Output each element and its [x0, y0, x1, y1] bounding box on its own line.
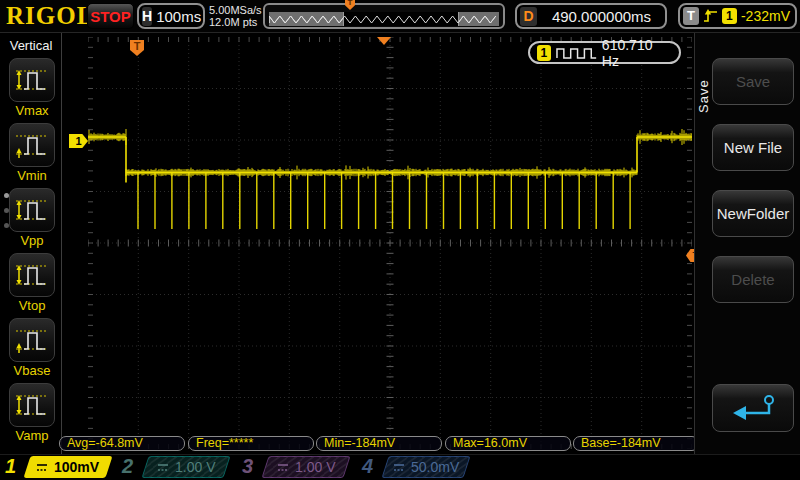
channel3-number[interactable]: 3: [242, 455, 253, 478]
run-state-button[interactable]: STOP: [87, 3, 134, 29]
delay-label: D: [520, 7, 537, 26]
hardware-frequency-counter: 1 610.710 Hz: [528, 41, 681, 64]
channel3-scale: 1.00 V: [295, 459, 335, 475]
trigger-box: T 1 -232mV: [678, 3, 797, 29]
channel-status-bar: 1 100mV 2 1.00 V 3 1.00 V 4: [0, 454, 800, 480]
sidebar-item-label: Vbase: [7, 363, 57, 378]
dc-coupling-icon: [393, 463, 405, 472]
memory-band: [269, 12, 499, 26]
dc-coupling-icon: [36, 463, 48, 472]
vamp-icon: [14, 391, 50, 419]
dc-coupling-icon: [157, 463, 169, 472]
sidebar-item-vpp[interactable]: Vpp: [7, 188, 57, 248]
sidebar-item-label: Vtop: [7, 298, 57, 313]
horizontal-label: H: [142, 7, 152, 26]
channel4-number[interactable]: 4: [362, 455, 373, 478]
menu-back-button[interactable]: [712, 384, 794, 432]
delete-button[interactable]: Delete: [712, 256, 794, 303]
sample-rate: 5.00MSa/s: [209, 4, 262, 16]
channel1-ground-marker[interactable]: 1: [69, 134, 88, 148]
measurement-min: Min=-184mV: [316, 436, 442, 451]
measurement-avg: Avg=-64.8mV: [59, 436, 185, 451]
trigger-level-value: -232mV: [741, 8, 792, 24]
sidebar-item-label: Vpp: [7, 233, 57, 248]
square-wave-icon: [556, 46, 597, 60]
sidebar-item-vamp[interactable]: Vamp: [7, 383, 57, 443]
delay-value: 490.000000ms: [541, 8, 662, 25]
measurement-freq: Freq=*****: [188, 436, 314, 451]
trigger-label: T: [683, 7, 699, 25]
channel3-scale-box[interactable]: 1.00 V: [261, 456, 350, 478]
sidebar-item-label: Vmin: [7, 168, 57, 183]
sidebar-item-label: Vmax: [7, 103, 57, 118]
dc-coupling-icon: [277, 463, 289, 472]
channel2-number[interactable]: 2: [122, 455, 133, 478]
vmin-icon: [14, 131, 50, 159]
channel1-number[interactable]: 1: [5, 455, 16, 478]
left-menu-title: Vertical: [0, 38, 62, 53]
channel4-scale: 50.0mV: [411, 459, 459, 475]
sidebar-item-vtop[interactable]: Vtop: [7, 253, 57, 313]
sidebar-item-vmax[interactable]: Vmax: [7, 58, 57, 118]
channel4-scale-box[interactable]: 50.0mV: [381, 456, 470, 478]
horizontal-timebase-box: H 100ms: [137, 3, 205, 29]
sidebar-item-vmin[interactable]: Vmin: [7, 123, 57, 183]
memory-position-thumbnail: T: [263, 3, 505, 29]
new-folder-button[interactable]: NewFolder: [712, 190, 794, 237]
waveform-display-area: 1 610.710 Hz T T: [88, 37, 692, 449]
memory-waveform-preview-overlay: [269, 12, 499, 26]
delay-box: D 490.000000ms: [515, 3, 667, 29]
acquisition-info: 5.00MSa/s 12.0M pts: [209, 4, 262, 28]
page-indicator-dot: [4, 208, 9, 213]
vbase-icon: [14, 326, 50, 354]
menu-tab-save[interactable]: Save: [696, 66, 712, 126]
counter-channel-badge: 1: [537, 45, 551, 61]
trigger-source-badge: 1: [722, 8, 737, 24]
rising-edge-icon: [703, 8, 718, 24]
vmax-icon: [14, 66, 50, 94]
channel2-scale: 1.00 V: [175, 459, 215, 475]
new-file-button[interactable]: New File: [712, 124, 794, 171]
channel2-scale-box[interactable]: 1.00 V: [141, 456, 230, 478]
channel1-scale-box[interactable]: 100mV: [23, 456, 112, 478]
timebase-value: 100ms: [156, 8, 201, 25]
top-status-bar: RIGOL STOP H 100ms 5.00MSa/s 12.0M pts T…: [0, 0, 800, 33]
trigger-position-mini-marker: T: [345, 0, 355, 10]
sidebar-item-vbase[interactable]: Vbase: [7, 318, 57, 378]
counter-frequency-value: 610.710 Hz: [602, 37, 672, 69]
page-indicator-dot: [4, 223, 9, 228]
vtop-icon: [14, 261, 50, 289]
page-indicator-dot: [4, 193, 9, 198]
return-arrow-icon: [727, 393, 779, 423]
measurement-max: Max=16.0mV: [445, 436, 571, 451]
rigol-logo: RIGOL: [6, 2, 94, 30]
memory-depth: 12.0M pts: [209, 16, 262, 28]
sidebar-item-label: Vamp: [7, 428, 57, 443]
vpp-icon: [14, 196, 50, 224]
vertical-measure-menu: Vertical Vmax Vmin Vpp: [0, 33, 62, 454]
delay-reference-marker: [377, 37, 391, 45]
save-button[interactable]: Save: [712, 58, 794, 105]
graticule-and-trace: [88, 37, 692, 449]
measurement-base: Base=-184mV: [573, 436, 699, 451]
oscilloscope-screen: { "brand": "RIGOL", "top_bar": { "run_st…: [0, 0, 800, 480]
channel1-scale: 100mV: [54, 459, 99, 475]
